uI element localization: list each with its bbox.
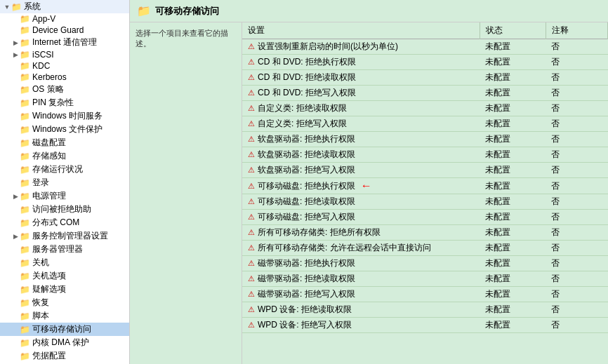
tree-root: ▼📁系统 📁App-V 📁Device Guard▶📁Internet 通信管理…	[0, 0, 129, 364]
sidebar-item-os-policy[interactable]: 📁OS 策略	[0, 83, 129, 96]
table-header-row: 设置 状态 注释	[242, 22, 608, 39]
setting-label: 自定义类: 拒绝写入权限	[258, 118, 347, 130]
setting-name-wrapper: ⚠自定义类: 拒绝读取权限	[248, 102, 474, 114]
setting-label: 自定义类: 拒绝读取权限	[258, 102, 347, 114]
setting-name-cell: ⚠软盘驱动器: 拒绝写入权限	[242, 163, 480, 178]
sidebar-item-windows-file[interactable]: 📁Windows 文件保护	[0, 123, 129, 136]
col-note: 注释	[546, 22, 608, 39]
label-login: 登录	[32, 177, 49, 189]
sidebar-item-server-manager[interactable]: 📁服务器管理器	[0, 243, 129, 256]
toggle-power[interactable]: ▶	[11, 193, 20, 200]
table-row[interactable]: ⚠磁带驱动器: 拒绝执行权限未配置否	[242, 256, 608, 271]
setting-name-cell: ⚠所有可移动存储类: 拒绝所有权限	[242, 225, 480, 241]
table-row[interactable]: ⚠设置强制重新启动的时间(以秒为单位)未配置否	[242, 39, 608, 55]
panel-header: 📁 可移动存储访问	[130, 0, 608, 22]
sidebar-item-storage-status[interactable]: 📁存储运行状况	[0, 163, 129, 176]
setting-name-cell: ⚠可移动磁盘: 拒绝执行权限←	[242, 178, 480, 194]
table-row[interactable]: ⚠CD 和 DVD: 拒绝执行权限未配置否	[242, 55, 608, 70]
toggle-system[interactable]: ▼	[3, 4, 11, 11]
setting-name-wrapper: ⚠可移动磁盘: 拒绝执行权限←	[248, 180, 474, 192]
sidebar-item-login[interactable]: 📁登录	[0, 176, 129, 189]
folder-icon-service-control: 📁	[20, 231, 30, 241]
table-area[interactable]: 设置 状态 注释 ⚠设置强制重新启动的时间(以秒为单位)未配置否⚠CD 和 DV…	[242, 22, 608, 364]
main-container: ▼📁系统 📁App-V 📁Device Guard▶📁Internet 通信管理…	[0, 0, 608, 364]
status-cell: 未配置	[480, 86, 546, 101]
setting-label: 所有可移动存储类: 允许在远程会话中直接访问	[258, 242, 431, 254]
toggle-internet[interactable]: ▶	[11, 39, 20, 46]
toggle-service-control[interactable]: ▶	[11, 233, 20, 240]
table-row[interactable]: ⚠自定义类: 拒绝写入权限未配置否	[242, 116, 608, 132]
setting-name-cell: ⚠CD 和 DVD: 拒绝写入权限	[242, 86, 480, 101]
label-kdc: KDC	[32, 61, 50, 71]
table-row[interactable]: ⚠自定义类: 拒绝读取权限未配置否	[242, 101, 608, 116]
table-row[interactable]: ⚠软盘驱动器: 拒绝写入权限未配置否	[242, 163, 608, 178]
sidebar-item-shutdown-options[interactable]: 📁关机选项	[0, 269, 129, 283]
table-row[interactable]: ⚠WPD 设备: 拒绝读取权限未配置否	[242, 302, 608, 318]
sidebar-item-device-guard[interactable]: 📁Device Guard	[0, 25, 129, 36]
row-icon: ⚠	[248, 243, 255, 252]
folder-icon-windows-time: 📁	[20, 112, 30, 121]
table-row[interactable]: ⚠WPD 设备: 拒绝写入权限未配置否	[242, 318, 608, 333]
row-icon: ⚠	[248, 305, 255, 314]
table-row[interactable]: ⚠CD 和 DVD: 拒绝写入权限未配置否	[242, 86, 608, 101]
sidebar-scroll[interactable]: ▼📁系统 📁App-V 📁Device Guard▶📁Internet 通信管理…	[0, 0, 129, 364]
label-internet: Internet 通信管理	[32, 36, 97, 48]
table-row[interactable]: ⚠所有可移动存储类: 拒绝所有权限未配置否	[242, 225, 608, 241]
setting-name-wrapper: ⚠WPD 设备: 拒绝写入权限	[248, 319, 474, 331]
sidebar-item-internet[interactable]: ▶📁Internet 通信管理	[0, 36, 129, 49]
table-row[interactable]: ⚠磁带驱动器: 拒绝写入权限未配置否	[242, 287, 608, 302]
label-access-deny: 访问被拒绝助助	[32, 203, 91, 215]
setting-label: 磁带驱动器: 拒绝读取权限	[258, 273, 355, 285]
table-row[interactable]: ⚠所有可移动存储类: 允许在远程会话中直接访问未配置否	[242, 241, 608, 256]
label-shutdown: 关机	[32, 257, 49, 269]
sidebar-item-distributed-com[interactable]: 📁分布式 COM	[0, 216, 129, 229]
sidebar-item-windows-time[interactable]: 📁Windows 时间服务	[0, 109, 129, 123]
sidebar-item-appv[interactable]: 📁App-V	[0, 13, 129, 25]
sidebar-item-access-deny[interactable]: 📁访问被拒绝助助	[0, 203, 129, 216]
sidebar-item-troubleshoot[interactable]: 📁疑解选项	[0, 283, 129, 296]
panel-body: 选择一个项目来查看它的描述。 设置 状态 注释 ⚠设置强制重新启动的时间(以秒为…	[130, 22, 608, 364]
label-shutdown-options: 关机选项	[32, 270, 66, 282]
sidebar-item-power[interactable]: ▶📁电源管理	[0, 189, 129, 203]
setting-name-cell: ⚠可移动磁盘: 拒绝写入权限	[242, 210, 480, 225]
sidebar-item-removable-storage[interactable]: 📁可移动存储访问	[0, 323, 129, 336]
table-row[interactable]: ⚠可移动磁盘: 拒绝执行权限←未配置否	[242, 178, 608, 194]
table-row[interactable]: ⚠CD 和 DVD: 拒绝读取权限未配置否	[242, 70, 608, 86]
setting-name-wrapper: ⚠磁带驱动器: 拒绝读取权限	[248, 273, 474, 285]
sidebar-item-disk-config[interactable]: 📁磁盘配置	[0, 136, 129, 149]
table-row[interactable]: ⚠软盘驱动器: 拒绝读取权限未配置否	[242, 147, 608, 163]
sidebar-item-shutdown[interactable]: 📁关机	[0, 256, 129, 269]
table-row[interactable]: ⚠可移动磁盘: 拒绝读取权限未配置否	[242, 194, 608, 210]
status-cell: 未配置	[480, 70, 546, 86]
setting-name-cell: ⚠WPD 设备: 拒绝写入权限	[242, 318, 480, 333]
sidebar-item-kerberos[interactable]: 📁Kerberos	[0, 72, 129, 83]
sidebar-item-recover[interactable]: 📁恢复	[0, 296, 129, 309]
folder-icon-os-policy: 📁	[20, 85, 30, 95]
sidebar-item-pin[interactable]: 📁PIN 复杂性	[0, 96, 129, 109]
sidebar-item-script[interactable]: 📁脚本	[0, 309, 129, 323]
table-row[interactable]: ⚠软盘驱动器: 拒绝执行权限未配置否	[242, 132, 608, 147]
sidebar-item-storage-notify[interactable]: 📁存储感知	[0, 149, 129, 163]
label-kerberos: Kerberos	[32, 72, 67, 82]
table-row[interactable]: ⚠可移动磁盘: 拒绝写入权限未配置否	[242, 210, 608, 225]
note-cell: 否	[546, 225, 608, 241]
setting-label: 可移动磁盘: 拒绝读取权限	[258, 196, 355, 208]
note-cell: 否	[546, 194, 608, 210]
folder-icon-server-manager: 📁	[20, 245, 30, 255]
toggle-iscsi[interactable]: ▶	[11, 51, 20, 58]
sidebar-item-iscsi[interactable]: ▶📁iSCSI	[0, 49, 129, 60]
folder-icon-removable-storage: 📁	[20, 325, 30, 335]
sidebar-item-kernel-dma[interactable]: 📁内核 DMA 保护	[0, 336, 129, 349]
folder-icon-script: 📁	[20, 311, 30, 321]
label-windows-time: Windows 时间服务	[32, 110, 103, 122]
setting-name-wrapper: ⚠所有可移动存储类: 允许在远程会话中直接访问	[248, 242, 474, 254]
sidebar-item-kdc[interactable]: 📁KDC	[0, 60, 129, 72]
sidebar-item-service-control[interactable]: ▶📁服务控制管理器设置	[0, 229, 129, 243]
setting-name-wrapper: ⚠软盘驱动器: 拒绝读取权限	[248, 149, 474, 161]
label-kernel-dma: 内核 DMA 保护	[32, 337, 89, 349]
sidebar-item-credential-config[interactable]: 📁凭据配置	[0, 349, 129, 363]
setting-label: 所有可移动存储类: 拒绝所有权限	[258, 227, 381, 238]
row-icon: ⚠	[248, 259, 255, 268]
table-row[interactable]: ⚠磁带驱动器: 拒绝读取权限未配置否	[242, 271, 608, 287]
sidebar-item-system[interactable]: ▼📁系统	[0, 0, 129, 13]
